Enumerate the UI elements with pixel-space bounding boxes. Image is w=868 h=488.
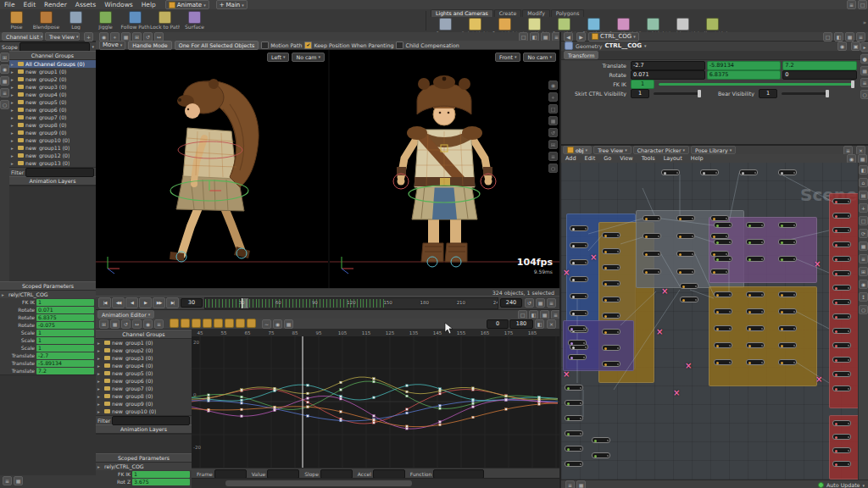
node-flag[interactable] <box>793 258 795 260</box>
node[interactable] <box>714 325 732 331</box>
key-toggle-1[interactable] <box>181 319 190 328</box>
param-header-icon-0[interactable]: □ <box>823 32 832 42</box>
node[interactable] <box>570 242 588 248</box>
shelf-tool-blendpose[interactable]: Blendpose <box>31 10 61 30</box>
shelf-tool-log[interactable]: Log <box>61 10 91 30</box>
node[interactable] <box>570 276 588 282</box>
node[interactable] <box>680 283 698 289</box>
node-flag[interactable] <box>848 374 849 375</box>
channel-group-row[interactable]: ▸new_group6 (0) <box>9 106 96 114</box>
scene-header-right-icon-0[interactable]: □ <box>519 32 528 42</box>
node[interactable] <box>832 357 851 363</box>
scene-header-icon-1[interactable]: ⌖ <box>110 32 120 42</box>
node-flag[interactable] <box>726 271 727 273</box>
shelf-tab-polygons[interactable]: Polygons <box>551 9 585 17</box>
node[interactable] <box>565 415 583 421</box>
transport-1[interactable]: ◀◀ <box>112 297 125 308</box>
back-icon[interactable]: ◀ <box>564 32 573 42</box>
view-menu[interactable]: Front▾ <box>495 53 520 62</box>
network-tab-character-picker[interactable]: Character Picker▾ <box>633 146 689 154</box>
motion-path-checkbox[interactable] <box>261 42 269 49</box>
anim-toolbar-mid-icon-2[interactable]: ▦ <box>284 319 293 329</box>
network-tab-obj[interactable]: obj▾ <box>563 146 592 154</box>
transport-5[interactable]: ▶| <box>166 297 179 308</box>
scene-header-icon-5[interactable]: ↔ <box>154 32 164 42</box>
node-flag[interactable] <box>848 215 849 217</box>
bear-visibility-field[interactable]: 1 <box>759 89 777 98</box>
node[interactable] <box>602 264 620 270</box>
node-flag[interactable] <box>848 436 849 438</box>
viewport-left-view[interactable]: Left▾ No cam▾ <box>96 50 328 288</box>
node[interactable] <box>568 354 587 360</box>
channel-strip-icon-2[interactable]: ▦ <box>0 76 9 86</box>
param-value[interactable]: 7.2 <box>36 368 94 374</box>
node[interactable] <box>714 308 732 314</box>
menu-windows[interactable]: Windows <box>100 1 136 8</box>
key-toggle-3[interactable] <box>203 319 212 328</box>
node-flag[interactable] <box>715 172 717 174</box>
anim-toolbar-mid-icon-1[interactable]: ◉ <box>273 319 282 329</box>
node-flag[interactable] <box>617 283 619 285</box>
playbar-option-icon-1[interactable]: ▦ <box>536 298 545 308</box>
expand-icon[interactable]: ▸ <box>11 153 16 158</box>
key-toggle-5[interactable] <box>225 319 234 328</box>
node-flag[interactable] <box>793 225 795 226</box>
param-side-icon-1[interactable]: ● <box>860 54 868 64</box>
node-flag[interactable] <box>729 225 731 226</box>
node-flag[interactable] <box>848 316 849 318</box>
node-flag[interactable] <box>658 271 659 273</box>
node-flag[interactable] <box>617 315 619 317</box>
transport-2[interactable]: ◀ <box>125 297 138 308</box>
node-flag[interactable] <box>585 228 587 230</box>
node[interactable] <box>832 342 851 348</box>
node[interactable] <box>602 248 620 254</box>
node[interactable] <box>714 239 732 245</box>
param-side-icon-3[interactable]: ≡ <box>860 78 868 87</box>
expand-icon[interactable]: ▸ <box>11 115 16 120</box>
node[interactable] <box>832 285 851 291</box>
network-menu-view[interactable]: View <box>615 155 637 162</box>
channel-group-row[interactable]: ▸new_group10 (0) <box>96 408 192 415</box>
node-flag[interactable] <box>793 311 795 313</box>
tab-animation-editor[interactable]: Animation Editor ▾ <box>97 310 154 319</box>
node[interactable] <box>676 269 695 274</box>
node-flag[interactable] <box>583 342 585 344</box>
node[interactable] <box>570 259 588 265</box>
node-flag[interactable] <box>692 236 693 237</box>
network-menu-help[interactable]: Help <box>687 155 708 162</box>
param-side-icon-4[interactable]: ○ <box>860 90 868 99</box>
node[interactable] <box>565 461 583 467</box>
param-value[interactable]: 1 <box>36 345 94 352</box>
param-side-icon-2[interactable]: ▦ <box>860 66 868 75</box>
node[interactable] <box>832 328 851 334</box>
range-end-field[interactable]: 180 <box>509 319 533 329</box>
update-mode-label[interactable]: Auto Update <box>826 482 860 488</box>
expand-icon[interactable]: ▸ <box>11 130 16 136</box>
param-value[interactable]: -2.7 <box>36 352 94 359</box>
node-flag[interactable] <box>729 241 731 243</box>
node-flag[interactable] <box>580 387 581 389</box>
scene-header-right-icon-1[interactable]: ◧ <box>530 32 539 42</box>
shelf-tab-modify[interactable]: Modify <box>522 9 550 17</box>
anim-toolbar-icon-3[interactable]: ↔ <box>132 319 142 329</box>
param-value[interactable]: 3.675 <box>132 479 190 485</box>
node-flag[interactable] <box>617 235 619 236</box>
node-name[interactable]: CTRL__COG <box>604 42 642 49</box>
transport-3[interactable]: ▶ <box>139 297 152 308</box>
channel-group-row[interactable]: ▸new_group11 (0) <box>9 144 96 152</box>
network-side-icon-2[interactable]: ▤ <box>859 191 868 200</box>
anim-toolbar-icon-1[interactable]: ▦ <box>110 319 120 329</box>
node[interactable] <box>746 222 765 228</box>
parm-field[interactable]: -5.89134 <box>707 61 782 70</box>
tab-tree-view[interactable]: Tree View ▾ <box>45 32 80 41</box>
forward-icon[interactable]: ▶ <box>576 32 586 42</box>
menu-file[interactable]: File <box>0 1 19 8</box>
keep-position-checkbox[interactable]: ✔ <box>304 42 312 49</box>
network-menu-edit[interactable]: Edit <box>581 155 600 162</box>
node-flag[interactable] <box>848 273 849 274</box>
scene-header-icon-4[interactable]: ↺ <box>143 32 153 42</box>
node[interactable] <box>746 325 765 331</box>
scene-header-right-icon-2[interactable]: ▦ <box>541 32 550 42</box>
range-lock-icon[interactable]: ◧ <box>535 319 544 329</box>
expand-icon[interactable]: ▸ <box>97 464 103 469</box>
